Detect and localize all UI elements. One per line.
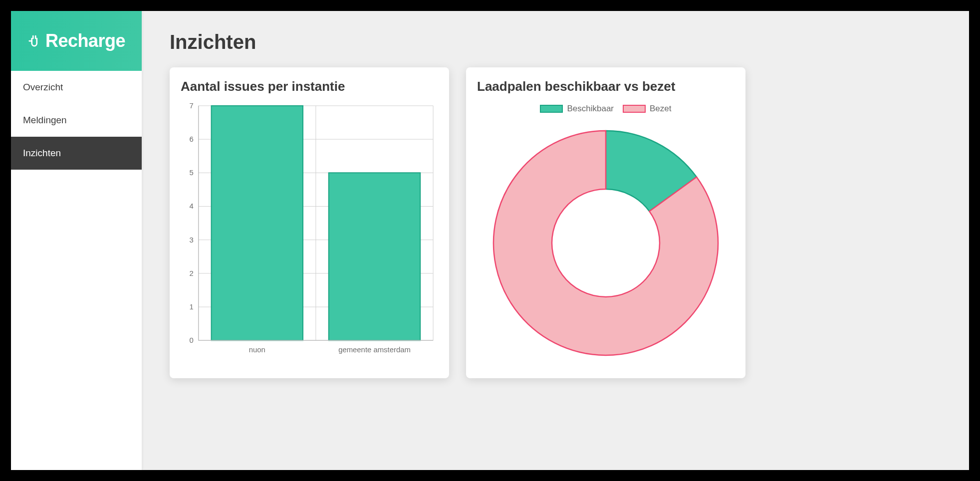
brand-logo: Recharge	[27, 30, 125, 51]
legend-label: Beschikbaar	[567, 104, 614, 114]
sidebar: Recharge Overzicht Meldingen Inzichten	[11, 11, 142, 470]
card-bar-issues: Aantal issues per instantie 01234567nuon…	[170, 67, 449, 378]
legend-swatch	[623, 105, 646, 113]
main-content: Inzichten Aantal issues per instantie 01…	[142, 11, 969, 470]
sidebar-item-meldingen[interactable]: Meldingen	[11, 104, 142, 137]
donut-chart	[484, 121, 728, 365]
sidebar-item-overzicht[interactable]: Overzicht	[11, 71, 142, 104]
card-title: Laadpalen beschikbaar vs bezet	[477, 78, 735, 95]
legend-label: Bezet	[650, 104, 671, 114]
nav-list: Overzicht Meldingen Inzichten	[11, 71, 142, 170]
svg-text:1: 1	[190, 303, 194, 311]
svg-text:2: 2	[190, 269, 194, 277]
svg-text:3: 3	[190, 236, 194, 243]
page-title: Inzichten	[170, 31, 941, 53]
app-frame: Recharge Overzicht Meldingen Inzichten I…	[11, 11, 969, 470]
card-row: Aantal issues per instantie 01234567nuon…	[170, 67, 941, 378]
sidebar-item-inzichten[interactable]: Inzichten	[11, 137, 142, 170]
svg-text:nuon: nuon	[249, 346, 265, 354]
logo-block: Recharge	[11, 11, 142, 71]
svg-text:0: 0	[190, 336, 194, 344]
legend-swatch	[540, 105, 563, 113]
svg-text:6: 6	[190, 135, 194, 143]
card-donut-status: Laadpalen beschikbaar vs bezet Beschikba…	[466, 67, 745, 378]
svg-text:7: 7	[190, 101, 194, 109]
brand-name: Recharge	[45, 30, 125, 51]
donut-area: Beschikbaar Bezet	[477, 100, 735, 365]
bar-chart: 01234567nuongemeente amsterdam	[181, 100, 438, 359]
plug-icon	[27, 33, 42, 48]
sidebar-item-label: Inzichten	[23, 148, 61, 158]
svg-rect-19	[212, 105, 303, 340]
svg-text:4: 4	[190, 202, 194, 210]
svg-text:gemeente amsterdam: gemeente amsterdam	[338, 346, 411, 354]
legend-item-beschikbaar[interactable]: Beschikbaar	[540, 104, 614, 114]
card-title: Aantal issues per instantie	[181, 78, 438, 95]
sidebar-item-label: Meldingen	[23, 115, 67, 125]
legend-item-bezet[interactable]: Bezet	[623, 104, 671, 114]
svg-text:5: 5	[190, 169, 194, 177]
svg-rect-20	[329, 173, 420, 340]
donut-legend: Beschikbaar Bezet	[540, 104, 671, 114]
sidebar-item-label: Overzicht	[23, 82, 63, 92]
